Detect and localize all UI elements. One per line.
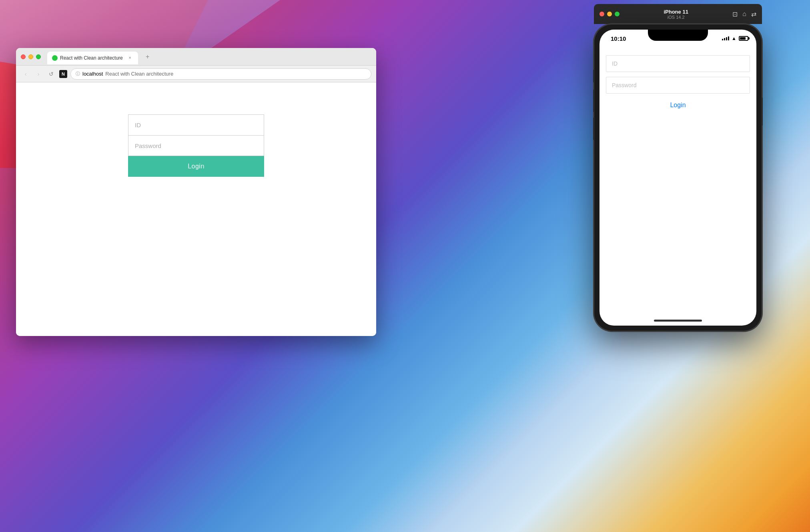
wifi-icon: ▲ [732, 36, 736, 41]
sim-device-name: iPhone 11 [664, 9, 688, 15]
new-tab-button[interactable]: + [143, 52, 152, 62]
sim-minimize-button[interactable] [607, 12, 612, 16]
browser-id-input[interactable] [128, 114, 264, 135]
mobile-login-button[interactable]: Login [606, 98, 750, 112]
sim-close-button[interactable] [599, 12, 604, 16]
mobile-id-input[interactable] [606, 55, 750, 72]
sim-maximize-button[interactable] [615, 12, 620, 16]
signal-bar-2 [724, 38, 725, 40]
browser-traffic-lights [21, 54, 41, 59]
sim-home-icon[interactable]: ⌂ [742, 10, 746, 18]
sim-controls: ⊡ ⌂ ⇄ [732, 10, 756, 18]
sim-rotate-icon[interactable]: ⇄ [751, 10, 756, 18]
iphone-simulator: iPhone 11 iOS 14.2 ⊡ ⌂ ⇄ [594, 4, 762, 331]
tab-favicon-icon [52, 55, 58, 61]
signal-bar-4 [728, 36, 729, 40]
signal-bar-1 [722, 39, 723, 40]
forward-button[interactable]: › [34, 69, 43, 79]
browser-login-button[interactable]: Login [128, 156, 264, 177]
address-path: React with Clean architecture [105, 71, 173, 77]
browser-titlebar: React with Clean architecture × + [16, 48, 376, 66]
iphone-screen-wrapper: 10:10 ▲ [599, 30, 756, 326]
iphone-power-button[interactable] [761, 98, 763, 126]
browser-window: React with Clean architecture × + ‹ › ↺ … [16, 48, 376, 336]
iphone-mute-button[interactable] [593, 70, 595, 82]
sim-screenshot-icon[interactable]: ⊡ [732, 10, 738, 18]
tab-close-button[interactable]: × [127, 55, 133, 61]
mobile-password-input[interactable] [606, 77, 750, 94]
mobile-app-content: Login [599, 47, 756, 120]
iphone-device: 10:10 ▲ [594, 24, 762, 331]
iphone-volume-up-button[interactable] [593, 90, 595, 112]
simulator-traffic-lights [599, 12, 620, 16]
address-bar[interactable]: ⓘ localhost React with Clean architectur… [70, 68, 371, 80]
iphone-screen: 10:10 ▲ [599, 30, 756, 326]
back-button[interactable]: ‹ [21, 69, 30, 79]
iphone-notch [648, 30, 708, 41]
iphone-volume-down-button[interactable] [593, 118, 595, 140]
battery-fill [740, 37, 746, 40]
reload-button[interactable]: ↺ [46, 69, 56, 79]
status-icons: ▲ [722, 36, 748, 41]
browser-addressbar: ‹ › ↺ N ⓘ localhost React with Clean arc… [16, 66, 376, 82]
browser-login-form: Login [128, 114, 264, 177]
address-info-icon: ⓘ [76, 71, 80, 77]
status-time: 10:10 [611, 35, 626, 42]
browser-content: Login [16, 82, 376, 336]
tab-title: React with Clean architecture [60, 55, 123, 61]
sim-title-area: iPhone 11 iOS 14.2 [623, 9, 729, 20]
simulator-titlebar: iPhone 11 iOS 14.2 ⊡ ⌂ ⇄ [594, 4, 762, 24]
browser-minimize-button[interactable] [28, 54, 33, 59]
battery-icon [739, 36, 748, 41]
address-host: localhost [82, 71, 103, 77]
signal-bar-3 [726, 37, 727, 40]
browser-tab[interactable]: React with Clean architecture × [47, 52, 138, 64]
browser-password-input[interactable] [128, 135, 264, 156]
signal-icon [722, 36, 729, 40]
browser-maximize-button[interactable] [36, 54, 41, 59]
iphone-home-bar [654, 320, 702, 322]
browser-close-button[interactable] [21, 54, 26, 59]
sim-ios-version: iOS 14.2 [668, 15, 685, 20]
browser-extension-icon[interactable]: N [59, 70, 67, 78]
